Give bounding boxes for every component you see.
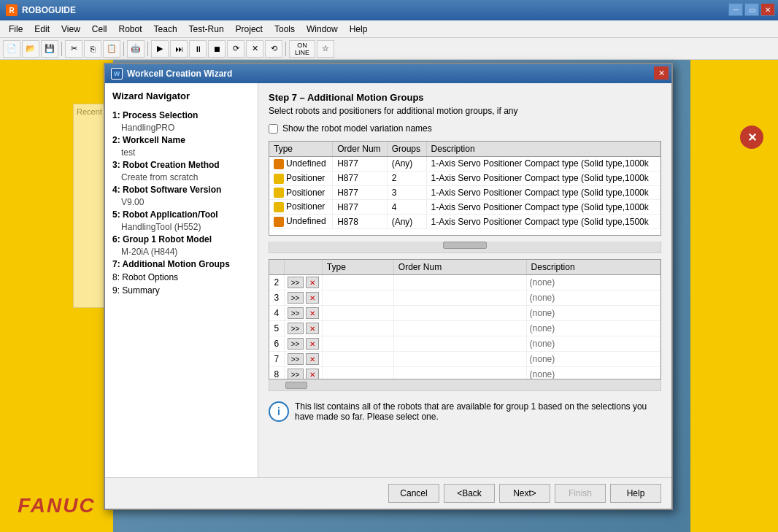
row-order: H877 <box>333 157 387 171</box>
toolbar-step[interactable]: ⏭ <box>170 40 188 58</box>
cancel-button[interactable]: Cancel <box>388 484 439 503</box>
toolbar-save[interactable]: 💾 <box>41 40 58 58</box>
assign-arrow-button-4[interactable]: >> <box>288 307 304 319</box>
nav-process-sub: HandlingPRO <box>112 122 250 134</box>
row-desc: 1-Axis Servo Positioner Compact type (So… <box>426 185 660 200</box>
table-row[interactable]: Positioner H877 3 1-Axis Servo Positione… <box>269 185 660 200</box>
menu-window[interactable]: Window <box>301 23 344 36</box>
close-button[interactable]: ✕ <box>760 3 775 16</box>
nav-robot-software-version[interactable]: 4: Robot Software Version <box>112 183 250 196</box>
toolbar-cycle[interactable]: ⟲ <box>265 40 282 58</box>
assign-arrow-button-3[interactable]: >> <box>288 292 304 304</box>
toolbar-teach[interactable]: 🤖 <box>127 40 145 58</box>
assign-arrow-button-5[interactable]: >> <box>288 323 304 334</box>
assign-type <box>322 306 393 321</box>
nav-group1-sub: M-20iA (H844) <box>112 246 250 258</box>
toolbar-copy[interactable]: ⎘ <box>84 40 101 58</box>
assign-remove-button-8[interactable]: ✕ <box>306 369 319 379</box>
menu-robot[interactable]: Robot <box>113 23 148 36</box>
assign-remove-button-5[interactable]: ✕ <box>306 323 319 334</box>
toolbar-cut[interactable]: ✂ <box>65 40 82 58</box>
help-button[interactable]: Help <box>610 484 661 503</box>
menu-edit[interactable]: Edit <box>28 23 55 36</box>
assign-remove-button-2[interactable]: ✕ <box>306 277 319 288</box>
col-type: Type <box>269 142 333 157</box>
assign-desc-3: (none) <box>526 290 660 306</box>
toolbar-sep-3 <box>147 42 148 56</box>
assign-arrow-button-6[interactable]: >> <box>288 338 304 350</box>
minimize-button[interactable]: ─ <box>728 3 743 16</box>
assign-row-2: 2 >> ✕ (none) <box>269 275 660 290</box>
table-row[interactable]: Undefined H877 (Any) 1-Axis Servo Positi… <box>269 157 660 171</box>
close-side-panel-button[interactable]: ✕ <box>740 126 763 149</box>
next-button[interactable]: Next> <box>499 484 550 503</box>
assign-row-4: 4 >> ✕ (none) <box>269 306 660 321</box>
menu-cell[interactable]: Cell <box>86 23 113 36</box>
upper-table-hscroll[interactable] <box>269 242 661 253</box>
menu-teach[interactable]: Teach <box>148 23 183 36</box>
window-controls: ─ ▭ ✕ <box>728 3 775 16</box>
menu-view[interactable]: View <box>55 23 86 36</box>
nav-robot-creation-method[interactable]: 3: Robot Creation Method <box>112 158 250 171</box>
assign-remove-button-3[interactable]: ✕ <box>306 292 319 304</box>
toolbar-paste[interactable]: 📋 <box>103 40 120 58</box>
show-variation-checkbox[interactable] <box>269 124 278 134</box>
assign-btns: >> ✕ <box>284 321 322 336</box>
toolbar-reset[interactable]: ⟳ <box>227 40 244 58</box>
nav-workcell-name[interactable]: 2: Workcell Name <box>112 134 250 147</box>
nav-robot-options[interactable]: 8: Robot Options <box>112 271 250 284</box>
nav-additional-motion[interactable]: 7: Additional Motion Groups <box>112 258 250 271</box>
assign-type <box>322 275 393 290</box>
menu-project[interactable]: Project <box>230 23 269 36</box>
assign-desc-6: (none) <box>526 336 660 352</box>
yellow-strip-right <box>690 60 778 532</box>
nav-summary[interactable]: 9: Summary <box>112 284 250 297</box>
assign-arrow-button-7[interactable]: >> <box>288 353 304 365</box>
assign-arrow-button-2[interactable]: >> <box>288 277 304 288</box>
toolbar-new[interactable]: 📄 <box>3 40 20 58</box>
col-assign-order: Order Num <box>393 260 526 275</box>
app-title-bar: R ROBOGUIDE ─ ▭ ✕ <box>0 0 778 20</box>
dialog-close-button[interactable]: ✕ <box>654 66 669 80</box>
nav-process-selection[interactable]: 1: Process Selection <box>112 109 250 122</box>
toolbar-play[interactable]: ▶ <box>151 40 169 58</box>
table-row[interactable]: Positioner H877 4 1-Axis Servo Positione… <box>269 200 660 215</box>
app-title: ROBOGUIDE <box>22 5 76 15</box>
assign-arrow-button-8[interactable]: >> <box>288 369 304 379</box>
nav-robot-app-tool[interactable]: 5: Robot Application/Tool <box>112 208 250 221</box>
back-button[interactable]: <Back <box>444 484 495 503</box>
step-title: Step 7 – Additional Motion Groups <box>269 92 661 103</box>
fanuc-label: FANUC <box>0 494 113 517</box>
toolbar: 📄 📂 💾 ✂ ⎘ 📋 🤖 ▶ ⏭ ⏸ ⏹ ⟳ ✕ ⟲ ONLINE ☆ <box>0 38 778 60</box>
restore-button[interactable]: ▭ <box>744 3 759 16</box>
menu-testrun[interactable]: Test-Run <box>183 23 230 36</box>
row-desc: 1-Axis Servo Positioner Compact type (So… <box>426 200 660 215</box>
assign-order <box>393 290 526 306</box>
finish-button[interactable]: Finish <box>555 484 606 503</box>
toolbar-pause[interactable]: ⏸ <box>189 40 207 58</box>
lower-table-hscroll[interactable] <box>269 379 661 391</box>
assign-remove-button-7[interactable]: ✕ <box>306 353 319 365</box>
toolbar-open[interactable]: 📂 <box>22 40 39 58</box>
assign-order <box>393 367 526 380</box>
row-groups: (Any) <box>387 157 426 171</box>
nav-group1-robot-model[interactable]: 6: Group 1 Robot Model <box>112 233 250 246</box>
table-row[interactable]: Positioner H877 2 1-Axis Servo Positione… <box>269 171 660 185</box>
assign-remove-button-4[interactable]: ✕ <box>306 307 319 319</box>
menu-tools[interactable]: Tools <box>269 23 301 36</box>
assign-remove-button-6[interactable]: ✕ <box>306 338 319 350</box>
info-box: i This list contains all of the robots t… <box>269 397 661 426</box>
assign-row-3: 3 >> ✕ (none) <box>269 290 660 306</box>
toolbar-extra[interactable]: ☆ <box>317 40 334 58</box>
toolbar-stop[interactable]: ⏹ <box>208 40 226 58</box>
lower-table-container: Type Order Num Description 2 >> ✕ <box>269 259 661 379</box>
toolbar-online[interactable]: ONLINE <box>289 40 315 58</box>
nav-robot-creation-sub: Create from scratch <box>112 171 250 183</box>
menu-file[interactable]: File <box>3 23 28 36</box>
row-desc: 1-Axis Servo Positioner Compact type (So… <box>426 171 660 185</box>
menu-help[interactable]: Help <box>344 23 374 36</box>
toolbar-abort[interactable]: ✕ <box>246 40 263 58</box>
table-row[interactable]: Undefined H878 (Any) 1-Axis Servo Positi… <box>269 215 660 229</box>
assign-btns: >> ✕ <box>284 306 322 321</box>
row-type: Undefined <box>269 215 333 229</box>
